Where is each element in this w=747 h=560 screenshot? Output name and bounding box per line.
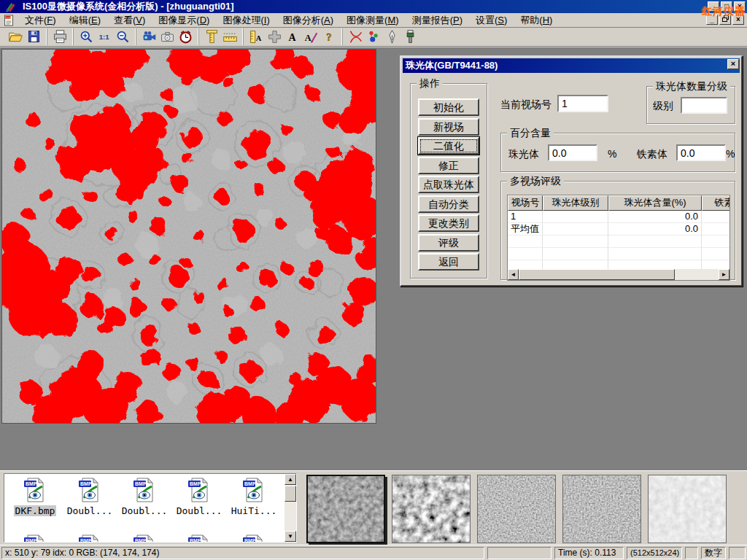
help-button[interactable]: ? bbox=[320, 28, 338, 45]
menu-item-h[interactable]: 帮助(H) bbox=[514, 12, 559, 28]
level-input[interactable] bbox=[681, 97, 727, 114]
table-header-1[interactable]: 视场号 bbox=[508, 195, 543, 211]
file-item-partial-3[interactable]: BMP bbox=[118, 534, 171, 542]
bmp-file-icon: BMP bbox=[241, 477, 266, 503]
pearlite-input[interactable]: 0.0 bbox=[548, 144, 597, 161]
scroll-left-arrow[interactable]: ◄ bbox=[508, 269, 519, 280]
print-button[interactable] bbox=[51, 28, 69, 45]
app-icon bbox=[4, 1, 17, 12]
svg-text:?: ? bbox=[326, 31, 331, 43]
table-hscrollbar[interactable]: ◄ ► bbox=[508, 269, 729, 280]
current-field-input[interactable]: 1 bbox=[557, 95, 608, 112]
menu-item-e[interactable]: 编辑(E) bbox=[63, 12, 107, 28]
toolbar-group bbox=[3, 28, 47, 45]
file-item-5[interactable]: BMPHuiTi... bbox=[228, 477, 280, 516]
zoom-out-button[interactable] bbox=[114, 28, 132, 45]
scroll-down-arrow[interactable]: ▼ bbox=[285, 531, 296, 542]
menu-item-d[interactable]: 图像显示(D) bbox=[152, 12, 216, 28]
percent-group-label: 百分含量 bbox=[507, 127, 554, 140]
thumbnail-2[interactable] bbox=[392, 475, 471, 543]
op-button-3[interactable]: 二值化 bbox=[418, 137, 479, 155]
window-title: IS100显微摄像系统(金相分析版) - [zhuguangti01] bbox=[23, 0, 234, 13]
bmp-file-icon: BMP bbox=[77, 477, 102, 503]
op-button-9[interactable]: 返回 bbox=[418, 253, 479, 271]
op-button-2[interactable]: 新视场 bbox=[418, 118, 479, 136]
thumbnail-5[interactable] bbox=[648, 475, 727, 543]
file-list-scrollbar[interactable]: ▲ ▼ bbox=[285, 474, 296, 542]
table-row-4[interactable] bbox=[508, 248, 729, 260]
svg-text:BMP: BMP bbox=[135, 481, 147, 486]
toolbar-group bbox=[198, 28, 243, 45]
thumbnail-3[interactable] bbox=[477, 475, 556, 543]
grid-cross-button[interactable] bbox=[266, 28, 284, 45]
child-document-icon[interactable]: DOC bbox=[3, 15, 15, 26]
table-cell bbox=[508, 236, 543, 248]
timer-button[interactable] bbox=[177, 28, 195, 45]
ruler-button[interactable] bbox=[221, 28, 239, 45]
table-header-3[interactable]: 珠光体含量(%) bbox=[608, 195, 702, 211]
table-row-2[interactable]: 平均值0.0 bbox=[508, 223, 729, 236]
thumbnail-4[interactable] bbox=[562, 475, 641, 543]
op-button-1[interactable]: 初始化 bbox=[418, 98, 479, 116]
scroll-up-arrow[interactable]: ▲ bbox=[285, 474, 296, 485]
op-button-4[interactable]: 修正 bbox=[418, 157, 479, 174]
curve-tool-button[interactable] bbox=[347, 28, 365, 45]
menu-item-i[interactable]: 图像处理(I) bbox=[216, 12, 276, 28]
bmp-file-icon: BMP bbox=[187, 477, 212, 503]
table-header-2[interactable]: 珠光体级别 bbox=[543, 195, 608, 211]
pointer-pen-button[interactable] bbox=[383, 28, 401, 45]
file-item-partial-2[interactable]: BMP bbox=[63, 534, 116, 542]
ferrite-input[interactable]: 0.0 bbox=[676, 144, 726, 161]
color-classify-button[interactable] bbox=[365, 28, 383, 45]
video-camera-button[interactable] bbox=[140, 28, 158, 45]
op-button-5[interactable]: 点取珠光体 bbox=[418, 176, 479, 193]
scroll-thumb[interactable] bbox=[519, 269, 675, 280]
op-button-7[interactable]: 更改类别 bbox=[418, 214, 479, 232]
scroll-thumb[interactable] bbox=[285, 486, 296, 502]
fill-brush-button[interactable] bbox=[401, 28, 419, 45]
zoom-in-button[interactable] bbox=[77, 28, 96, 45]
svg-text:BMP: BMP bbox=[244, 538, 256, 542]
table-header-4[interactable]: 铁素体含量(%) bbox=[702, 195, 730, 211]
open-file-button[interactable] bbox=[7, 28, 25, 45]
table-cell: 0.0 bbox=[608, 211, 702, 223]
op-button-6[interactable]: 自动分类 bbox=[418, 195, 479, 213]
micrograph-image[interactable] bbox=[1, 49, 376, 424]
table-header-row: 视场号珠光体级别珠光体含量(%)铁素体含量(%) bbox=[508, 195, 729, 211]
measure-scale-button[interactable]: A bbox=[247, 28, 266, 45]
scroll-right-arrow[interactable]: ► bbox=[719, 269, 729, 280]
bmp-file-icon: BMP bbox=[132, 534, 157, 542]
file-item-3[interactable]: BMPDoubl... bbox=[118, 477, 171, 516]
table-cell: 1 bbox=[508, 211, 543, 223]
dialog-close-button[interactable]: × bbox=[727, 59, 739, 69]
file-item-partial-1[interactable]: BMP bbox=[9, 534, 61, 542]
svg-text:BMP: BMP bbox=[135, 538, 147, 542]
file-item-1[interactable]: BMPDKF.bmp bbox=[9, 477, 61, 516]
menu-item-s[interactable]: 设置(S) bbox=[469, 12, 514, 28]
save-button[interactable] bbox=[25, 28, 43, 45]
table-row-3[interactable] bbox=[508, 236, 729, 248]
table-row-1[interactable]: 10.0 bbox=[508, 211, 729, 223]
caliper-button[interactable] bbox=[203, 28, 221, 45]
capture-button[interactable] bbox=[158, 28, 177, 45]
table-cell bbox=[543, 223, 608, 236]
zoom-out-icon bbox=[115, 29, 131, 44]
annotate-button[interactable]: A bbox=[302, 28, 320, 45]
menu-item-f[interactable]: 文件(F) bbox=[18, 12, 63, 28]
file-item-partial-4[interactable]: BMP bbox=[173, 534, 225, 542]
text-button[interactable]: A bbox=[284, 28, 302, 45]
file-item-4[interactable]: BMPDoubl... bbox=[173, 477, 225, 516]
file-item-partial-5[interactable]: BMP bbox=[228, 534, 280, 542]
menu-item-a[interactable]: 图像分析(A) bbox=[276, 12, 340, 28]
menu-item-p[interactable]: 测量报告(P) bbox=[406, 12, 469, 28]
actual-size-button[interactable]: 1:1 bbox=[96, 28, 114, 45]
dialog-title-bar[interactable]: 珠光体(GB/T9441-88) bbox=[403, 58, 740, 73]
menu-item-v[interactable]: 查看(V) bbox=[107, 12, 152, 28]
menu-item-m[interactable]: 图像测量(M) bbox=[340, 12, 406, 28]
thumbnail-1[interactable] bbox=[306, 475, 385, 543]
ferrite-unit: % bbox=[726, 148, 735, 160]
text-icon: A bbox=[285, 29, 301, 44]
file-item-2[interactable]: BMPDoubl... bbox=[63, 477, 116, 516]
status-empty-1 bbox=[487, 547, 551, 559]
op-button-8[interactable]: 评级 bbox=[418, 234, 479, 252]
